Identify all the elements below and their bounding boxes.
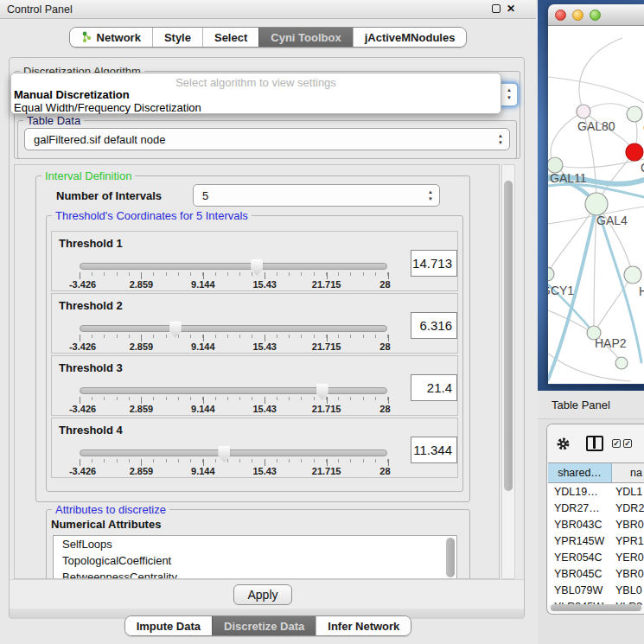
slider-tick-labels: -3.426 2.859 9.144 15.43 21.715 28 [80,466,388,476]
table-data-combobox[interactable]: galFiltered.sif default node ▲▼ [24,128,510,150]
node-gal4[interactable] [585,193,608,215]
dropdown-option-equal-width[interactable]: Equal Width/Frequency Discretization [14,101,201,114]
tab-impute-data[interactable]: Impute Data [125,616,212,635]
bottom-tab-bar: Impute Data Discretize Data Infer Networ… [0,615,536,636]
network-graph: GAL80 GA C GAL11 GAL4 GCY1 H HAP2 [548,26,644,384]
tab-jactivemnodules[interactable]: jActiveMNodules [353,28,467,47]
table-data-title: Table Data [23,114,84,127]
node-label: GAL4 [596,214,628,227]
column-header-name[interactable]: na [612,463,644,482]
table-panel-title: Table Panel [552,399,610,411]
scrollbar-thumb[interactable] [504,181,513,491]
threshold-4-slider[interactable] [80,450,387,456]
threshold-3-label: Threshold 3 [59,361,123,374]
table-horizontal-scrollbar[interactable] [551,604,641,611]
slider-ticks [80,459,388,466]
node-label: H [639,284,644,298]
float-window-icon[interactable] [492,4,501,13]
table-body[interactable]: YDL19… YDL1 YDR27… YDR2 YBR043C YBR0 YPR… [548,483,644,605]
table-row[interactable]: YBR043C YBR0 [548,516,644,532]
numerical-attributes-label: Numerical Attributes [51,518,161,531]
tab-infer-network[interactable]: Infer Network [316,616,411,635]
node-gcy1[interactable] [548,267,554,281]
attributes-group-title: Attributes to discretize [52,503,169,516]
threshold-2-value-field[interactable]: 6.316 [411,312,457,339]
numerical-attributes-list[interactable]: SelfLoops TopologicalCoefficient Between… [53,535,457,579]
threshold-1-value-field[interactable]: 14.713 [411,250,457,277]
threshold-row-3: Threshold 3 -3.426 2.859 9.144 15.43 21.… [51,355,458,416]
threshold-2-slider[interactable] [80,325,387,332]
threshold-1-label: Threshold 1 [59,237,123,250]
threshold-row-1: Threshold 1 -3.426 2.859 9.144 15.43 21.… [51,231,458,291]
table-row[interactable]: YER054C YER0 [548,549,644,565]
apply-button[interactable]: Apply [233,584,292,605]
slider-tick-labels: -3.426 2.859 9.144 15.43 21.715 28 [80,341,388,352]
threshold-row-4: Threshold 4 -3.426 2.859 9.144 15.43 21.… [51,418,458,478]
node-label: GCY1 [548,284,574,297]
tab-cyni-toolbox[interactable]: Cyni Toolbox [258,28,352,47]
node-table: shared… na YDL19… YDL1 YDR27… YDR2 YBR04… [548,462,644,614]
control-panel-titlebar: Control Panel ✕ [0,0,536,19]
threshold-1-slider[interactable] [80,263,387,270]
tab-discretize-data[interactable]: Discretize Data [212,616,316,635]
checkbox-icon[interactable]: ✓ [623,439,632,448]
slider-tick-labels: -3.426 2.859 9.144 15.43 21.715 28 [80,404,388,414]
table-row[interactable]: YPR145W YPR1 [548,532,644,549]
minimize-traffic-light[interactable] [572,10,583,21]
table-row[interactable]: YDL19… YDL1 [548,483,644,500]
close-traffic-light[interactable] [555,10,566,21]
node-ga[interactable] [627,106,642,122]
table-panel-titlebar: Table Panel [538,391,644,419]
node-label: GAL80 [577,119,615,133]
threshold-3-value-field[interactable]: 21.4 [411,374,457,401]
number-of-intervals-label: Number of Intervals [56,189,162,202]
gear-icon[interactable] [556,437,571,451]
node-h[interactable] [624,266,641,284]
network-canvas[interactable]: GAL80 GA C GAL11 GAL4 GCY1 H HAP2 [548,26,644,384]
close-icon[interactable]: ✕ [507,4,515,13]
app-screen: Control Panel ✕ Network Style Select Cyn… [0,0,644,644]
tab-select[interactable]: Select [202,28,258,47]
table-toolbar: ✓ ✓ [547,424,644,462]
number-of-intervals-spinner[interactable]: 5 ▲▼ [193,184,440,207]
settings-vertical-scrollbar[interactable] [501,164,515,579]
scrollbar-thumb[interactable] [551,604,641,611]
slider-ticks [80,397,388,404]
slider-tick-labels: -3.426 2.859 9.144 15.43 21.715 28 [80,279,388,290]
interval-definition-title: Interval Definition [41,169,135,182]
network-icon [81,31,92,44]
list-item[interactable]: BetweennessCentrality [54,569,456,579]
table-row[interactable]: YBL079W YBL0 [548,582,644,598]
split-view-icon[interactable] [586,436,603,451]
threshold-row-2: Threshold 2 -3.426 2.859 9.144 15.43 21.… [51,293,458,354]
node-gal80[interactable] [577,105,590,118]
combo-arrows-icon: ▲▼ [498,132,503,146]
list-item[interactable]: TopologicalCoefficient [54,552,456,569]
column-header-shared-name[interactable]: shared… [548,463,612,482]
tab-network[interactable]: Network [70,28,152,47]
attributes-list-scrollbar[interactable] [446,538,455,577]
table-data-value: galFiltered.sif default node [34,133,165,146]
panel-title: Control Panel [7,3,73,16]
tab-style[interactable]: Style [152,28,202,47]
dropdown-hint: Select algorithm to view settings [11,76,501,89]
threshold-3-slider[interactable] [80,387,387,394]
node-red-selected[interactable] [626,143,643,161]
network-window-titlebar [548,4,644,26]
node-label: GAL11 [550,171,587,185]
table-row[interactable]: YBR045C YBR0 [548,565,644,582]
zoom-traffic-light[interactable] [590,10,601,21]
table-header-row: shared… na [548,462,644,483]
intervals-count-value: 5 [202,189,208,202]
checkbox-icon[interactable]: ✓ [612,439,621,448]
node-partial[interactable] [615,357,628,369]
apply-strip: Apply [10,579,524,609]
node-label: HAP2 [595,336,627,350]
threshold-4-value-field[interactable]: 11.344 [411,437,457,463]
network-window: GAL80 GA C GAL11 GAL4 GCY1 H HAP2 [548,4,644,385]
list-item[interactable]: SelfLoops [54,536,456,552]
table-row[interactable]: YDR27… YDR2 [548,500,644,516]
top-tab-bar: Network Style Select Cyni Toolbox jActiv… [0,27,536,48]
dropdown-option-manual[interactable]: Manual Discretization [14,88,130,101]
slider-ticks [80,335,388,341]
